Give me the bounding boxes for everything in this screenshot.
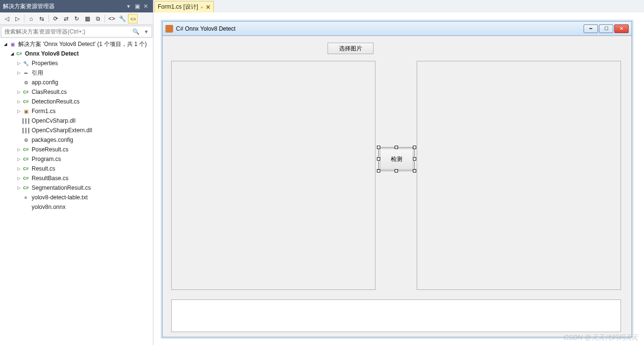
picturebox-left[interactable]	[171, 61, 375, 290]
resize-handle[interactable]	[413, 169, 416, 172]
preview-icon[interactable]: ⧉	[93, 14, 103, 23]
resize-handle[interactable]	[377, 157, 380, 161]
close-icon[interactable]: ✕	[206, 4, 211, 11]
form-icon	[165, 25, 173, 33]
output-textbox[interactable]	[171, 299, 621, 332]
form1-node[interactable]: ▣ Form1.cs	[0, 106, 153, 116]
file-icon	[22, 203, 30, 211]
appconfig-node[interactable]: ⚙ app.config	[0, 78, 153, 87]
properties-node[interactable]: 🔧 Properties	[0, 58, 153, 68]
clasresult-node[interactable]: C# ClasResult.cs	[0, 87, 153, 97]
poseresult-node[interactable]: C# PoseResult.cs	[0, 145, 153, 154]
pin-icon[interactable]: ▫	[201, 4, 203, 11]
csharp-icon: C#	[22, 155, 30, 163]
minimize-button[interactable]: ━	[584, 24, 598, 33]
expand-icon	[15, 79, 22, 86]
node-label: DetectionResult.cs	[32, 98, 80, 105]
sync-icon[interactable]: ⇆	[37, 14, 47, 23]
expand-icon[interactable]	[15, 89, 22, 95]
opencvsharp-node[interactable]: ┃┃┃ OpenCvSharp.dll	[0, 116, 153, 126]
search-box[interactable]: 🔍 ▾	[1, 26, 152, 37]
node-label: OpenCvSharpExtern.dll	[32, 127, 92, 134]
back-icon[interactable]: ◁	[2, 14, 12, 23]
expand-icon[interactable]	[15, 98, 22, 105]
sync-active-icon[interactable]: ↻	[72, 14, 82, 23]
config-icon: ⚙	[22, 136, 30, 144]
view-icon[interactable]: ▭	[128, 14, 138, 23]
close-button[interactable]: ✕	[614, 24, 629, 33]
resize-handle[interactable]	[395, 169, 398, 172]
references-node[interactable]: ▪▪ 引用	[0, 68, 153, 78]
forward-icon[interactable]: ▷	[12, 14, 22, 23]
panel-title: 解决方案资源管理器	[3, 2, 124, 11]
select-image-button[interactable]: 选择图片	[328, 43, 374, 54]
config-icon: ⚙	[22, 79, 30, 86]
designer-surface[interactable]: C# Onnx Yolov8 Detect ━ ☐ ✕ 选择图片 检测	[153, 12, 644, 345]
expand-icon[interactable]	[15, 175, 22, 182]
picturebox-right[interactable]	[417, 61, 621, 290]
search-input[interactable]	[1, 28, 130, 35]
show-all-icon[interactable]: ▦	[82, 14, 92, 23]
result-node[interactable]: C# Result.cs	[0, 164, 153, 173]
detect-button[interactable]: 检测	[380, 149, 413, 170]
expand-icon[interactable]	[15, 146, 22, 153]
node-label: Form1.cs	[32, 108, 56, 115]
node-label: ClasResult.cs	[32, 89, 67, 95]
project-node[interactable]: C# Onnx Yolov8 Detect	[0, 49, 153, 58]
labeltxt-node[interactable]: ≡ yolov8-detect-lable.txt	[0, 193, 153, 202]
properties-icon[interactable]: 🔧	[117, 14, 127, 23]
expand-icon[interactable]	[15, 69, 22, 76]
separator	[105, 15, 105, 23]
tab-form1-design[interactable]: Form1.cs [设计] ▫ ✕	[154, 1, 214, 12]
node-label: Onnx Yolov8 Detect	[25, 50, 79, 57]
refresh-icon[interactable]: ⟳	[51, 14, 60, 23]
resize-handle[interactable]	[377, 169, 380, 172]
resize-handle[interactable]	[413, 157, 416, 161]
expand-icon[interactable]	[15, 60, 22, 67]
opencvsharpextern-node[interactable]: ┃┃┃ OpenCvSharpExtern.dll	[0, 126, 153, 135]
code-icon[interactable]: <>	[107, 14, 117, 23]
expand-icon	[15, 204, 22, 210]
expand-icon[interactable]	[15, 165, 22, 172]
resize-handle[interactable]	[377, 146, 380, 149]
form-body[interactable]: 选择图片 检测	[163, 36, 632, 337]
wrench-icon: 🔧	[22, 59, 30, 67]
dll-icon: ┃┃┃	[22, 117, 30, 125]
expand-icon[interactable]	[15, 108, 22, 115]
node-label: yolov8n.onnx	[32, 204, 66, 210]
search-icon[interactable]: 🔍	[130, 28, 141, 35]
home-icon[interactable]: ⌂	[26, 14, 36, 23]
detectionresult-node[interactable]: C# DetectionResult.cs	[0, 97, 153, 106]
resize-handle[interactable]	[395, 146, 398, 149]
solution-tree: ▣ 解决方案 'Onnx Yolov8 Detect' (1 个项目，共 1 个…	[0, 38, 153, 345]
pin-icon[interactable]: ▣	[133, 2, 141, 11]
node-label: ResultBase.cs	[32, 175, 69, 182]
solution-icon: ▣	[9, 40, 16, 48]
expand-icon[interactable]	[15, 184, 22, 191]
solution-node[interactable]: ▣ 解决方案 'Onnx Yolov8 Detect' (1 个项目，共 1 个…	[0, 39, 153, 49]
program-node[interactable]: C# Program.cs	[0, 154, 153, 164]
expand-icon[interactable]	[2, 41, 9, 47]
button-label: 选择图片	[339, 45, 362, 53]
collapse-icon[interactable]: ⇄	[61, 14, 71, 23]
panel-menu-icon[interactable]: ▾	[124, 2, 133, 11]
maximize-button[interactable]: ☐	[599, 24, 613, 33]
resize-handle[interactable]	[413, 146, 416, 149]
form-title: C# Onnx Yolov8 Detect	[176, 25, 584, 32]
form-window[interactable]: C# Onnx Yolov8 Detect ━ ☐ ✕ 选择图片 检测	[162, 21, 632, 337]
resultbase-node[interactable]: C# ResultBase.cs	[0, 173, 153, 183]
close-panel-icon[interactable]: ✕	[141, 2, 150, 11]
packagesconfig-node[interactable]: ⚙ packages.config	[0, 135, 153, 145]
segmentationresult-node[interactable]: C# SegmentationResult.cs	[0, 183, 153, 193]
node-label: app.config	[32, 79, 58, 86]
expand-icon[interactable]	[9, 50, 15, 57]
node-label: 引用	[32, 69, 43, 77]
expand-icon[interactable]	[15, 156, 22, 162]
tab-label: Form1.cs [设计]	[158, 3, 198, 11]
search-dropdown-icon[interactable]: ▾	[141, 28, 152, 35]
node-label: PoseResult.cs	[32, 146, 69, 153]
onnx-node[interactable]: yolov8n.onnx	[0, 202, 153, 212]
node-label: Properties	[32, 60, 58, 67]
node-label: SegmentationResult.cs	[32, 184, 91, 191]
panel-header: 解决方案资源管理器 ▾ ▣ ✕	[0, 0, 153, 12]
